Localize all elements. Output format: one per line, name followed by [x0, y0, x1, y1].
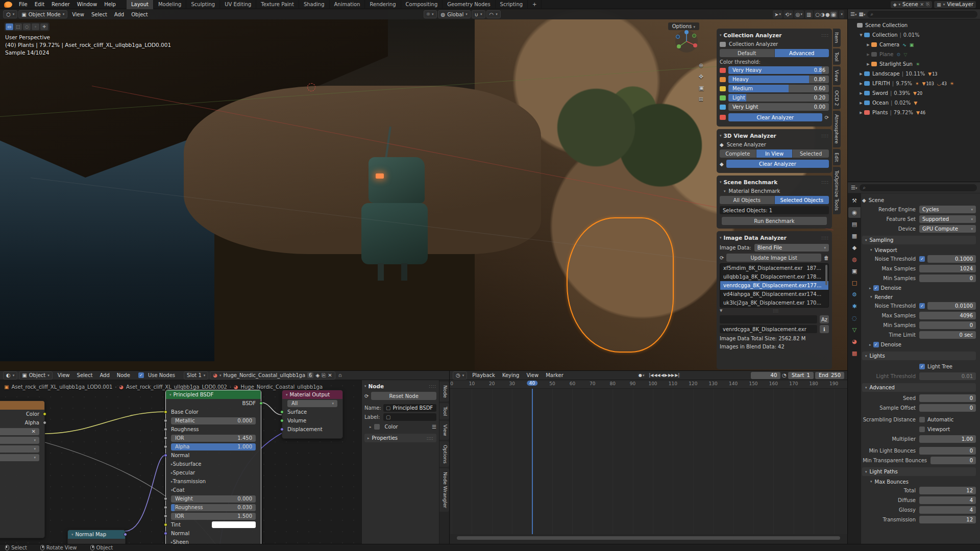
wireframe-shading-icon[interactable]: ○	[816, 12, 820, 17]
volume-socket[interactable]	[280, 419, 284, 422]
properties-tab-scene[interactable]: ◆	[848, 242, 861, 253]
use-nodes-checkbox[interactable]: ✓	[138, 372, 144, 378]
max-samples-field[interactable]: 1024	[919, 265, 976, 272]
timeline-menu-playback[interactable]: Playback	[469, 371, 499, 379]
clear-analyzer-button[interactable]: Clear Analyzer	[726, 160, 829, 168]
ruler-tick[interactable]: 10	[469, 381, 475, 386]
color-checkbox[interactable]: ✓	[374, 424, 380, 430]
ruler-tick[interactable]: 160	[769, 381, 778, 386]
copy-icon[interactable]: ⎘	[926, 2, 929, 7]
input-socket[interactable]	[164, 532, 167, 535]
snap-toggle[interactable]: ∪▾	[472, 10, 485, 18]
segment-all-objects[interactable]: All Objects	[720, 196, 775, 204]
filter-icon[interactable]: ▦▾	[859, 11, 865, 17]
threshold-slider-medium[interactable]: Medium0.60	[720, 85, 829, 92]
fake-user-shield-icon[interactable]: ◈	[315, 372, 320, 378]
input-socket[interactable]	[164, 410, 167, 414]
collapse-caret[interactable]: ▾	[720, 134, 722, 138]
input-socket[interactable]	[164, 428, 167, 431]
image-list-item[interactable]: venrdcgga_8K_Displacement.exr177...	[720, 281, 828, 290]
menu-edit[interactable]: Edit	[31, 1, 48, 8]
material-output-node[interactable]: ▾Material Output All▾ SurfaceVolumeDispl…	[282, 390, 343, 439]
noise-threshold-checkbox[interactable]: ✓	[919, 303, 925, 309]
shader-tab-view[interactable]: View	[439, 421, 449, 440]
image-datablock-row[interactable]: R…✕	[0, 428, 39, 435]
current-frame-field[interactable]: 40	[751, 372, 780, 379]
properties-tab-render[interactable]: ◉	[848, 207, 861, 218]
denoise-caret[interactable]: ▸	[869, 343, 871, 347]
expand-caret[interactable]: ▶	[865, 62, 871, 66]
solid-shading-icon[interactable]: ◑	[820, 12, 825, 17]
gizmos-dropdown[interactable]: ⟲▾	[783, 10, 793, 18]
sidebar-tab-item[interactable]: Item	[833, 29, 841, 47]
selectability-dropdown[interactable]: ➤▾	[773, 10, 782, 18]
light-paths-section-header[interactable]: ▾Light Paths	[862, 467, 976, 476]
node-row-base-color[interactable]: Base Color	[166, 408, 261, 416]
start-frame-field[interactable]: Start1	[788, 372, 814, 379]
outliner-row-plane[interactable]: ▶Plane⚙▽	[848, 49, 980, 59]
properties-tab-material[interactable]: ◕	[848, 336, 861, 347]
viewport-menu-object[interactable]: Object	[128, 11, 152, 18]
ruler-tick[interactable]: 30	[509, 381, 514, 386]
output-socket[interactable]	[259, 402, 263, 405]
input-socket[interactable]	[164, 419, 167, 422]
sampling-section-header[interactable]: ▾Sampling	[862, 236, 976, 244]
node-row-coat[interactable]: ▾ Coat	[166, 486, 261, 494]
clear-analyzer-button[interactable]: Clear Analyzer	[728, 113, 822, 121]
panel-grip[interactable]: ::::	[821, 33, 829, 38]
panel-grip[interactable]: ::::	[821, 180, 829, 185]
transform-pivot-button[interactable]: ⌾▾	[424, 10, 437, 18]
min-transparent-bounces-field[interactable]: 0	[930, 457, 976, 464]
properties-editor-icon[interactable]: ☰▾	[851, 185, 857, 190]
segment-in-view[interactable]: In View	[756, 149, 793, 158]
value-slider[interactable]: Metallic0.000	[171, 417, 256, 424]
jump-to-start-button[interactable]: |◀	[649, 373, 653, 378]
xray-toggle[interactable]: ▥	[805, 10, 813, 18]
node-canvas[interactable]: ▣Aset_rock_cliff_XL_ullqbb1ga_LOD0.001 ›…	[0, 380, 361, 544]
node-row-ior[interactable]: IOR1.500	[166, 512, 261, 520]
shader-tab-tool[interactable]: Tool	[439, 403, 449, 419]
timeline-menu-keying[interactable]: Keying	[499, 371, 523, 379]
shader-menu-view[interactable]: View	[54, 371, 74, 379]
robot-mech[interactable]	[357, 127, 439, 280]
color-swatch[interactable]	[212, 521, 256, 528]
node-label-field[interactable]: ▢	[383, 413, 436, 421]
input-socket[interactable]	[164, 436, 167, 440]
update-image-list-button[interactable]: Update Image List	[726, 254, 821, 262]
properties-search-input[interactable]: ⌕	[860, 184, 977, 191]
automatic-checkbox[interactable]: ✓	[919, 417, 925, 422]
noise-threshold-field[interactable]: 0.1000	[927, 255, 976, 263]
ruler-tick[interactable]: 170	[789, 381, 798, 386]
sample-offset-field[interactable]: 0	[919, 404, 976, 412]
min-light-bounces-field[interactable]: 0	[919, 447, 976, 455]
surface-socket[interactable]	[280, 410, 284, 414]
outliner-search-input[interactable]: ⌕	[867, 11, 977, 18]
outliner-row-camera[interactable]: ▶Camera∿▣	[848, 40, 980, 49]
ruler-tick[interactable]: 110	[669, 381, 677, 386]
seed-field[interactable]: 0	[919, 394, 976, 402]
menu-window[interactable]: Window	[74, 1, 101, 8]
slider-track[interactable]: Light0.20	[728, 94, 829, 102]
properties-panel-header[interactable]: ▸Properties::::	[364, 434, 436, 442]
expand-caret[interactable]: ▼	[858, 33, 864, 37]
node-row-roughness[interactable]: Roughness	[166, 425, 261, 434]
menu-help[interactable]: Help	[101, 1, 119, 8]
blender-logo-icon[interactable]	[4, 2, 12, 8]
ruler-tick[interactable]: 100	[648, 381, 657, 386]
refresh-icon[interactable]: ⟳	[825, 115, 829, 120]
shader-tab-node[interactable]: Node	[439, 382, 449, 402]
ruler-tick[interactable]: 190	[829, 381, 838, 386]
ruler-tick[interactable]: 130	[709, 381, 718, 386]
sidebar-tab-view[interactable]: View	[833, 66, 841, 85]
node-row-specular[interactable]: ▸ Specular	[166, 468, 261, 477]
viewport-menu-view[interactable]: View	[68, 11, 88, 18]
max-samples-field[interactable]: 4096	[919, 312, 976, 319]
ruler-tick[interactable]: 70	[590, 381, 595, 386]
node-row-roughness[interactable]: Roughness0.030	[166, 503, 261, 512]
pin-icon[interactable]: ⍝	[339, 372, 342, 379]
input-socket[interactable]	[164, 454, 167, 457]
ruler-tick[interactable]: 80	[609, 381, 615, 386]
ruler-tick[interactable]: 50	[549, 381, 555, 386]
value-slider[interactable]: Alpha1.000	[171, 443, 256, 450]
principled-bsdf-node[interactable]: ▾Principled BSDF BSDFBase ColorMetallic0…	[165, 390, 261, 544]
